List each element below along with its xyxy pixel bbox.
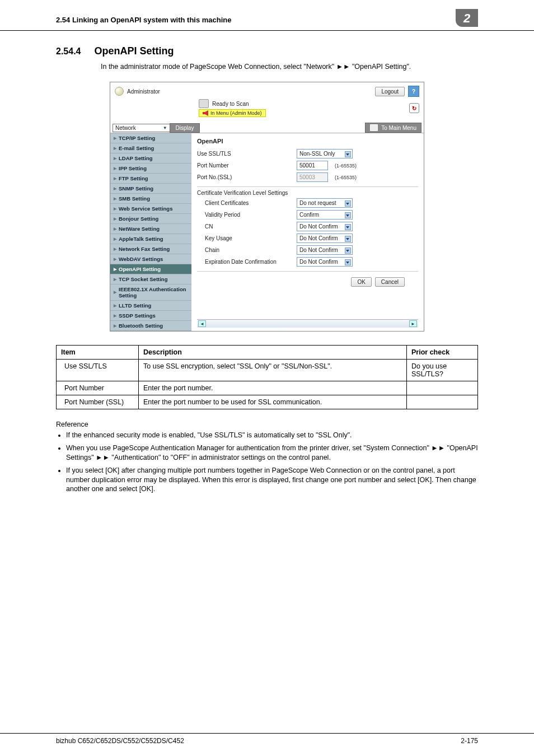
sidebar-item-label: SNMP Setting — [119, 185, 153, 192]
sidebar-item-tcp-ip-setting[interactable]: ▶TCP/IP Setting — [110, 133, 191, 143]
sidebar-item-lltd-setting[interactable]: ▶LLTD Setting — [110, 301, 191, 311]
scroll-left-icon[interactable]: ◄ — [198, 320, 206, 327]
use-ssl-select[interactable]: Non-SSL Only — [297, 149, 353, 158]
sidebar-item-ftp-setting[interactable]: ▶FTP Setting — [110, 174, 191, 184]
cn-select[interactable]: Do Not Confirm — [297, 222, 353, 231]
screenshot-panel: Administrator Logout ? Ready to Scan In … — [110, 82, 424, 332]
section-intro: In the administrator mode of PageScope W… — [0, 60, 534, 78]
chain-select[interactable]: Do Not Confirm — [297, 245, 353, 255]
triangle-icon: ▶ — [114, 247, 116, 251]
sidebar-item-ieee802-1x-authentication-setting[interactable]: ▶IEEE802.1X Authentication Setting — [110, 284, 191, 301]
cn-label: CN — [197, 223, 292, 230]
expiration-select[interactable]: Do Not Confirm — [297, 257, 353, 267]
sidebar-item-label: Network Fax Setting — [119, 246, 170, 252]
reference-heading: Reference — [56, 421, 478, 428]
triangle-icon: ▶ — [114, 237, 116, 241]
section-title: OpenAPI Setting — [94, 45, 174, 57]
ok-button[interactable]: OK — [351, 277, 371, 287]
sidebar-item-appletalk-setting[interactable]: ▶AppleTalk Setting — [110, 234, 191, 244]
sidebar-item-smb-setting[interactable]: ▶SMB Setting — [110, 194, 191, 204]
sidebar-item-ipp-setting[interactable]: ▶IPP Setting — [110, 164, 191, 174]
triangle-icon: ▶ — [114, 156, 116, 161]
sidebar: ▶TCP/IP Setting▶E-mail Setting▶LDAP Sett… — [110, 133, 191, 331]
sidebar-item-label: TCP/IP Setting — [119, 135, 155, 141]
sidebar-item-snmp-setting[interactable]: ▶SNMP Setting — [110, 184, 191, 194]
cell-desc: Enter the port number. — [139, 381, 407, 395]
triangle-icon: ▶ — [114, 257, 116, 262]
reference-item: When you use PageScope Authentication Ma… — [66, 444, 478, 463]
chain-label: Chain — [197, 247, 292, 253]
cell-item: Port Number (SSL) — [57, 395, 139, 409]
table-row: Port Number (SSL)Enter the port number t… — [57, 395, 478, 409]
sidebar-item-label: IEEE802.1X Authentication Setting — [119, 286, 188, 298]
triangle-icon: ▶ — [114, 227, 116, 231]
key-usage-select[interactable]: Do Not Confirm — [297, 234, 353, 243]
port-ssl-hint: (1-65535) — [335, 175, 357, 180]
client-cert-select[interactable]: Do not request — [297, 198, 353, 208]
table-row: Use SSL/TLSTo use SSL encryption, select… — [57, 360, 478, 381]
cell-prior — [407, 381, 478, 395]
sidebar-item-ldap-setting[interactable]: ▶LDAP Setting — [110, 153, 191, 164]
sidebar-item-label: TCP Socket Setting — [119, 276, 167, 282]
reference-item: If you select [OK] after changing multip… — [66, 466, 478, 494]
expiration-label: Expiration Date Confirmation — [197, 259, 292, 265]
category-select[interactable]: Network ▼ — [113, 124, 170, 132]
sidebar-item-label: Bluetooth Setting — [119, 323, 163, 329]
logout-button[interactable]: Logout — [375, 87, 405, 96]
triangle-icon: ▶ — [114, 324, 116, 328]
sidebar-item-tcp-socket-setting[interactable]: ▶TCP Socket Setting — [110, 274, 191, 284]
sidebar-item-openapi-setting[interactable]: ▶OpenAPI Setting — [110, 264, 191, 274]
scroll-right-icon[interactable]: ► — [409, 320, 417, 327]
refresh-button[interactable]: ↻ — [409, 103, 419, 113]
validity-select[interactable]: Confirm — [297, 210, 353, 220]
sidebar-item-bonjour-setting[interactable]: ▶Bonjour Setting — [110, 214, 191, 224]
category-select-value: Network — [115, 125, 136, 131]
section-header: 2.54 Linking an OpenAPI system with this… — [56, 16, 232, 24]
sidebar-item-network-fax-setting[interactable]: ▶Network Fax Setting — [110, 244, 191, 254]
triangle-icon: ▶ — [114, 207, 116, 211]
speaker-icon — [203, 110, 208, 116]
key-usage-label: Key Usage — [197, 235, 292, 241]
menu-icon — [370, 124, 378, 131]
ready-to-scan: Ready to Scan — [212, 101, 249, 107]
to-main-menu-label: To Main Menu — [381, 125, 416, 131]
triangle-icon: ▶ — [114, 217, 116, 221]
port-input[interactable]: 50001 — [297, 161, 328, 170]
port-ssl-input[interactable]: 50003 — [297, 172, 328, 182]
cancel-button[interactable]: Cancel — [375, 277, 405, 287]
sidebar-item-label: IPP Setting — [119, 165, 147, 171]
cell-prior: Do you use SSL/TLS? — [407, 360, 478, 381]
sidebar-item-label: LLTD Setting — [119, 302, 151, 309]
sidebar-item-label: E-mail Setting — [119, 145, 154, 151]
client-cert-label: Client Certificates — [197, 200, 292, 206]
cell-desc: Enter the port number to be used for SSL… — [139, 395, 407, 409]
triangle-icon: ▶ — [114, 136, 116, 141]
footer-model: bizhub C652/C652DS/C552/C552DS/C452 — [56, 737, 184, 745]
to-main-menu-button[interactable]: To Main Menu — [365, 123, 421, 133]
sidebar-item-e-mail-setting[interactable]: ▶E-mail Setting — [110, 143, 191, 153]
triangle-icon: ▶ — [114, 314, 116, 318]
sidebar-item-webdav-settings[interactable]: ▶WebDAV Settings — [110, 254, 191, 264]
reference-item: If the enhanced security mode is enabled… — [66, 431, 478, 440]
port-label: Port Number — [197, 162, 292, 169]
th-desc: Description — [139, 346, 407, 360]
sidebar-item-web-service-settings[interactable]: ▶Web Service Settings — [110, 204, 191, 214]
sidebar-item-label: FTP Setting — [119, 175, 148, 181]
help-button[interactable]: ? — [408, 86, 419, 97]
footer-page: 2-175 — [461, 737, 478, 745]
sidebar-item-label: Bonjour Setting — [119, 216, 158, 222]
horizontal-scrollbar[interactable]: ◄ ► — [197, 319, 418, 328]
admin-mode-text: In Menu (Admin Mode) — [210, 110, 262, 116]
table-row: Port NumberEnter the port number. — [57, 381, 478, 395]
sidebar-item-ssdp-settings[interactable]: ▶SSDP Settings — [110, 311, 191, 321]
chapter-badge: 2 — [456, 9, 478, 27]
sidebar-item-label: SMB Setting — [119, 195, 150, 202]
sidebar-item-bluetooth-setting[interactable]: ▶Bluetooth Setting — [110, 321, 191, 331]
printer-icon — [199, 99, 209, 108]
cell-prior — [407, 395, 478, 409]
sidebar-item-label: WebDAV Settings — [119, 256, 163, 262]
display-button[interactable]: Display — [170, 123, 200, 133]
triangle-icon: ▶ — [114, 186, 116, 191]
port-hint: (1-65535) — [335, 163, 357, 169]
sidebar-item-netware-setting[interactable]: ▶NetWare Setting — [110, 224, 191, 234]
